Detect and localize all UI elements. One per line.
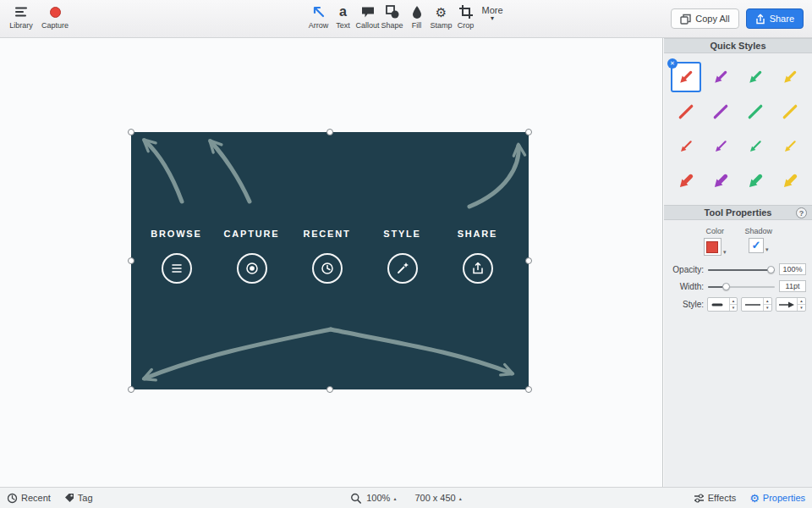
quick-style-arrow-bold-13[interactable] [705, 166, 736, 196]
selection-handle-bottom-center[interactable] [326, 386, 333, 393]
color-label: Color [705, 227, 724, 235]
shadow-control: Shadow ✓ ▾ [744, 227, 772, 256]
quick-style-arrow-bold-12[interactable] [671, 166, 701, 196]
quick-style-arrow-2[interactable] [740, 62, 771, 92]
step-down-icon[interactable]: ▼ [798, 304, 805, 311]
style-label: Style: [670, 300, 704, 309]
properties-button[interactable]: ⚙ Properties [749, 493, 805, 504]
line-start-dropdown[interactable]: ▲▼ [707, 297, 738, 312]
tool-stamp[interactable]: ⚙ Stamp [429, 3, 453, 30]
selection-handle-bottom-right[interactable] [525, 386, 532, 393]
tool-fill-label: Fill [412, 21, 422, 30]
quick-style-arrow-thin-11[interactable] [775, 131, 805, 162]
color-swatch[interactable] [704, 238, 721, 256]
quick-style-arrow-bold-14[interactable] [740, 166, 771, 196]
share-upload-icon [463, 253, 493, 284]
capture-button[interactable]: Capture [41, 3, 69, 30]
step-up-icon[interactable]: ▲ [798, 298, 805, 304]
hero-image[interactable]: BROWSE CAPTURE RECENT [131, 132, 529, 389]
line-start-sample [708, 298, 729, 311]
quick-style-line-6[interactable] [740, 97, 771, 127]
selection-handle-top-left[interactable] [128, 129, 134, 135]
tool-arrow[interactable]: Arrow [306, 3, 331, 30]
line-end-dropdown[interactable]: ▲▼ [776, 297, 806, 312]
crop-tool-icon [458, 3, 474, 20]
hero-label-share: SHARE [458, 229, 498, 240]
color-control: Color ▾ [704, 227, 727, 256]
quick-style-arrow-thin-10[interactable] [740, 131, 771, 162]
quick-style-arrow-thin-9[interactable] [705, 131, 736, 162]
step-down-icon[interactable]: ▼ [764, 304, 771, 311]
shape-tool-icon [385, 3, 400, 20]
copy-all-label: Copy All [695, 14, 729, 24]
tag-button[interactable]: Tag [64, 493, 93, 503]
selection-handle-top-center[interactable] [326, 129, 333, 135]
opacity-value[interactable]: 100% [779, 263, 806, 275]
magic-wand-icon [387, 253, 418, 284]
share-button[interactable]: Share [746, 8, 804, 29]
line-middle-sample [742, 298, 763, 311]
quick-style-arrow-3[interactable] [775, 62, 805, 92]
recent-button[interactable]: Recent [7, 493, 51, 504]
tool-crop-label: Crop [458, 21, 475, 30]
more-button[interactable]: More ▾ [478, 3, 507, 30]
effects-label: Effects [708, 493, 736, 503]
capture-label: Capture [41, 21, 69, 30]
share-label: Share [770, 14, 794, 24]
quick-style-line-7[interactable] [775, 97, 805, 127]
caret-icon: ▴ [459, 495, 462, 501]
opacity-row: Opacity: 100% [664, 261, 812, 278]
record-icon [237, 253, 267, 284]
remove-style-badge[interactable]: ✕ [667, 58, 678, 69]
tag-label: Tag [78, 493, 93, 503]
stepper[interactable]: ▲▼ [763, 298, 771, 311]
tool-shape[interactable]: Shape [380, 3, 404, 30]
copy-all-button[interactable]: Copy All [671, 8, 738, 29]
opacity-slider[interactable] [708, 265, 775, 274]
quick-styles-grid: ✕ [664, 53, 812, 205]
selection-handle-top-right[interactable] [525, 129, 532, 135]
tool-callout-label: Callout [355, 21, 379, 30]
chevron-down-icon[interactable]: ▾ [765, 246, 769, 253]
width-value[interactable]: 11pt [779, 280, 806, 292]
width-slider-knob[interactable] [722, 283, 730, 290]
effects-button[interactable]: Effects [694, 493, 736, 504]
step-up-icon[interactable]: ▲ [764, 298, 771, 304]
width-slider[interactable] [708, 282, 775, 291]
quick-style-arrow-0[interactable]: ✕ [671, 62, 701, 92]
line-middle-dropdown[interactable]: ▲▼ [741, 297, 771, 312]
stepper[interactable]: ▲▼ [797, 298, 805, 311]
tool-text[interactable]: a Text [331, 3, 355, 30]
recent-clock-icon [7, 493, 18, 504]
canvas-size-value: 700 x 450 [414, 493, 455, 503]
quick-style-line-4[interactable] [671, 97, 701, 127]
tool-fill[interactable]: Fill [404, 3, 429, 30]
opacity-slider-knob[interactable] [767, 266, 775, 273]
selection-handle-middle-left[interactable] [128, 257, 134, 264]
capture-icon [50, 3, 61, 20]
step-down-icon[interactable]: ▼ [730, 304, 738, 311]
quick-style-line-5[interactable] [705, 97, 736, 127]
stepper[interactable]: ▲▼ [729, 298, 738, 311]
chevron-down-icon[interactable]: ▾ [723, 248, 727, 256]
tool-text-label: Text [336, 21, 350, 30]
quick-style-arrow-1[interactable] [705, 62, 736, 92]
menu-icon [162, 253, 192, 284]
hero-label-capture: CAPTURE [224, 229, 280, 240]
step-up-icon[interactable]: ▲ [730, 298, 738, 304]
selection-handle-middle-right[interactable] [525, 257, 532, 264]
selection-handle-bottom-left[interactable] [128, 386, 134, 393]
canvas-area[interactable]: BROWSE CAPTURE RECENT [0, 38, 663, 487]
width-label: Width: [670, 282, 704, 291]
help-icon[interactable]: ? [796, 207, 807, 218]
zoom-level[interactable]: 100% ▴ [366, 493, 396, 503]
tool-callout[interactable]: Callout [355, 3, 380, 30]
tool-crop[interactable]: Crop [453, 3, 478, 30]
quick-style-arrow-thin-8[interactable] [671, 131, 701, 162]
zoom-icon [350, 493, 361, 504]
quick-style-arrow-bold-15[interactable] [775, 166, 805, 196]
canvas-size[interactable]: 700 x 450 ▴ [414, 493, 461, 503]
shadow-checkbox[interactable]: ✓ [749, 238, 764, 253]
hero-item-style: STYLE [365, 229, 440, 284]
library-button[interactable]: Library [7, 3, 36, 30]
